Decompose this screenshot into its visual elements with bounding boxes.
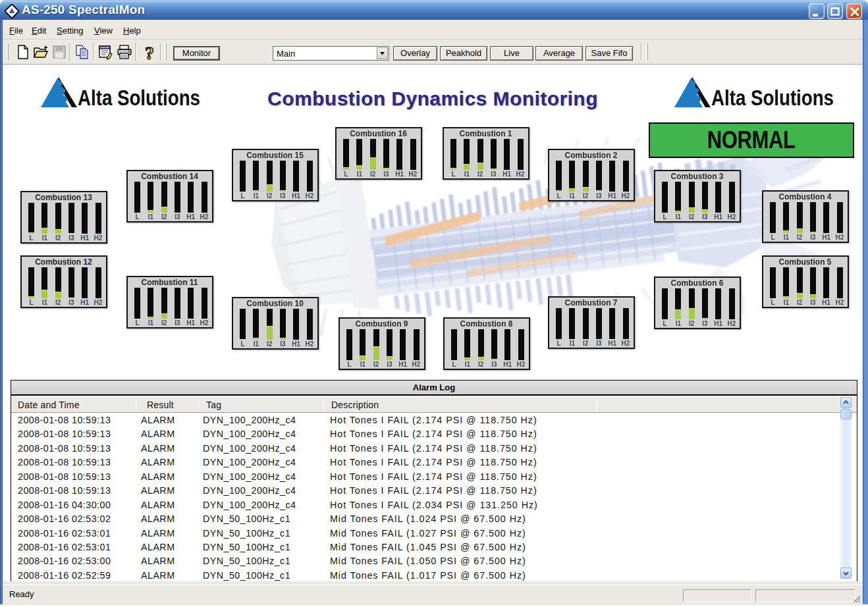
svg-text:?: ?: [145, 44, 154, 63]
